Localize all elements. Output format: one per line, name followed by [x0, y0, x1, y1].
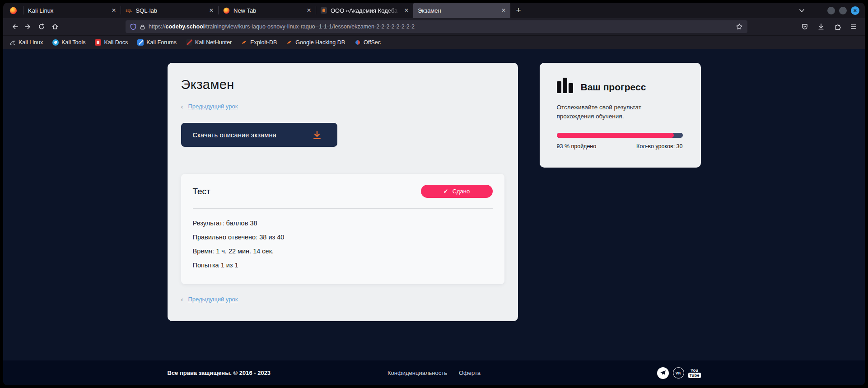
bookmark-kali-docs[interactable]: Kali Docs — [95, 39, 128, 46]
firefox-icon — [223, 7, 230, 14]
kali-tools-icon — [52, 39, 59, 46]
offer-link[interactable]: Оферта — [459, 369, 481, 376]
downloads-button[interactable] — [814, 20, 828, 33]
bookmark-offsec[interactable]: OffSec — [355, 39, 381, 46]
offsec-icon — [355, 39, 361, 46]
pocket-button[interactable] — [798, 20, 812, 33]
kali-forums-icon — [137, 39, 144, 46]
footer-links: Конфиденциальность Оферта — [387, 369, 481, 376]
bar-chart-icon — [557, 78, 573, 93]
result-correct: Правильно отвечено: 38 из 40 — [193, 230, 493, 244]
download-icon — [817, 23, 825, 30]
progress-description: Отслеживайте свой результат прохождения … — [557, 103, 667, 121]
reload-icon — [38, 23, 45, 30]
bookmark-label: Kali Docs — [104, 39, 128, 46]
tabbar-right-controls: ✕ — [795, 3, 865, 18]
previous-lesson-link-bottom[interactable]: ‹ Предыдущий урок — [181, 296, 504, 303]
kali-nethunter-icon — [186, 39, 192, 46]
tab-codeby-academy[interactable]: ООО «Академия Кодеба ✕ — [316, 3, 413, 18]
copyright-text: Все права защищены. © 2016 - 2023 — [168, 369, 271, 376]
maximize-button[interactable] — [839, 7, 847, 14]
close-icon[interactable]: ✕ — [112, 8, 116, 13]
bookmark-exploit-db[interactable]: Exploit-DB — [241, 39, 277, 46]
window-controls: ✕ — [827, 6, 859, 15]
previous-lesson-link-top[interactable]: ‹ Предыдущий урок — [181, 103, 504, 110]
back-arrow-icon — [11, 23, 19, 30]
result-time: Время: 1 ч. 22 мин. 14 сек. — [193, 244, 493, 258]
vk-icon: VK — [675, 371, 681, 375]
tab-sql-lab[interactable]: SQL SQL-lab ✕ — [121, 3, 218, 18]
close-icon[interactable]: ✕ — [307, 8, 311, 13]
bookmark-label: OffSec — [364, 39, 381, 46]
close-icon[interactable]: ✕ — [501, 8, 506, 13]
vk-link[interactable]: VK — [673, 367, 684, 379]
bookmark-label: Exploit-DB — [250, 39, 277, 46]
app-menu-button[interactable] — [847, 20, 860, 33]
kali-dragon-icon — [9, 39, 16, 46]
progress-bar — [557, 133, 683, 138]
bookmark-star-button[interactable] — [736, 23, 743, 30]
codeby-icon — [321, 7, 327, 14]
download-button-label: Скачать описание экзамна — [193, 131, 276, 139]
bookmark-kali-linux[interactable]: Kali Linux — [9, 39, 43, 46]
telegram-icon — [660, 370, 666, 376]
bookmark-label: Google Hacking DB — [295, 39, 345, 46]
bookmark-label: Kali NetHunter — [195, 39, 232, 46]
close-icon[interactable]: ✕ — [404, 8, 409, 13]
bookmark-kali-forums[interactable]: Kali Forums — [137, 39, 177, 46]
download-exam-description-button[interactable]: Скачать описание экзамна — [181, 123, 337, 147]
url-bar[interactable]: https://codeby.school/training/view/kurs… — [126, 20, 747, 33]
progress-card: Ваш прогресс Отслеживайте свой результат… — [540, 63, 701, 168]
bookmark-label: Kali Tools — [61, 39, 85, 46]
exam-card: Экзамен ‹ Предыдущий урок Скачать описан… — [168, 63, 518, 321]
hamburger-menu-icon — [850, 23, 857, 30]
tab-title: Kali Linux — [28, 7, 108, 14]
lock-icon[interactable] — [140, 24, 145, 30]
close-icon[interactable]: ✕ — [209, 8, 214, 13]
home-icon — [51, 23, 59, 30]
extensions-button[interactable] — [831, 20, 844, 33]
chevron-left-icon: ‹ — [181, 103, 183, 110]
minimize-button[interactable] — [827, 7, 835, 14]
chevron-left-icon: ‹ — [181, 296, 183, 303]
back-button[interactable] — [8, 20, 21, 33]
tracking-protection-shield-icon[interactable] — [130, 23, 136, 30]
reload-button[interactable] — [35, 20, 48, 33]
test-result-card: Тест ✓ Сдано Результат: баллов 38 Правил… — [181, 174, 504, 284]
bookmark-google-hacking-db[interactable]: Google Hacking DB — [286, 39, 345, 46]
progress-percent-label: 93 % пройдено — [557, 143, 597, 150]
tab-new-tab[interactable]: New Tab ✕ — [219, 3, 316, 18]
new-tab-button[interactable]: + — [510, 3, 527, 18]
previous-lesson-label[interactable]: Предыдущий урок — [188, 103, 238, 110]
home-button[interactable] — [48, 20, 62, 33]
telegram-link[interactable] — [657, 367, 669, 379]
check-icon: ✓ — [443, 188, 448, 195]
navigation-toolbar: https://codeby.school/training/view/kurs… — [3, 18, 865, 35]
privacy-link[interactable]: Конфиденциальность — [387, 369, 447, 376]
youtube-link[interactable]: You Tube — [688, 368, 701, 378]
tab-ekzamen-active[interactable]: Экзамен ✕ — [413, 3, 510, 18]
lessons-count-label: Кол-во уроков: 30 — [636, 143, 682, 150]
previous-lesson-label[interactable]: Предыдущий урок — [188, 296, 238, 303]
tab-title: ООО «Академия Кодеба — [331, 7, 401, 14]
bookmark-label: Kali Forums — [146, 39, 177, 46]
tab-kali-linux[interactable]: Kali Linux ✕ — [23, 3, 121, 18]
page-viewport: Экзамен ‹ Предыдущий урок Скачать описан… — [3, 49, 865, 385]
bookmark-kali-tools[interactable]: Kali Tools — [52, 39, 85, 46]
badge-label: Сдано — [453, 188, 470, 195]
toolbar-right-icons — [798, 20, 860, 33]
firefox-pinned-tab[interactable] — [3, 3, 23, 18]
google-hacking-db-bird-icon — [286, 39, 293, 46]
list-all-tabs-button[interactable] — [795, 4, 808, 17]
forward-arrow-icon — [24, 23, 32, 30]
download-arrow-icon — [312, 130, 322, 140]
bookmark-kali-nethunter[interactable]: Kali NetHunter — [186, 39, 232, 46]
exploit-db-bird-icon — [241, 39, 247, 46]
tab-title: SQL-lab — [135, 7, 205, 14]
bookmark-label: Kali Linux — [19, 39, 43, 46]
tab-title: Экзамен — [418, 7, 498, 14]
forward-button[interactable] — [21, 20, 35, 33]
pocket-icon — [801, 23, 808, 30]
puzzle-icon — [834, 23, 841, 31]
close-button[interactable]: ✕ — [851, 6, 859, 15]
